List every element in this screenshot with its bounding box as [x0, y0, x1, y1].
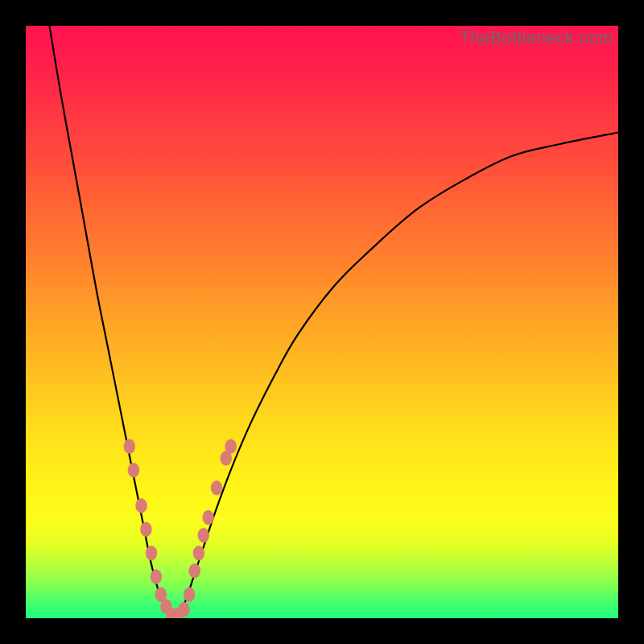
marker-dot — [193, 546, 204, 560]
marker-dot — [179, 602, 190, 617]
curve-right-branch — [174, 132, 618, 618]
marker-dot — [189, 564, 200, 578]
plot-area: TheBottleneck.com — [26, 26, 618, 618]
marker-dot — [211, 481, 222, 495]
marker-dot — [151, 569, 162, 584]
chart-svg — [26, 26, 618, 618]
marker-dots-group — [124, 440, 237, 618]
marker-dot — [146, 546, 157, 560]
marker-dot — [128, 463, 139, 477]
marker-dot — [136, 498, 147, 513]
marker-dot — [225, 440, 237, 454]
chart-frame: TheBottleneck.com — [0, 0, 644, 644]
curve-left-branch — [49, 26, 174, 618]
marker-dot — [184, 588, 195, 602]
marker-dot — [198, 528, 209, 543]
marker-dot — [124, 440, 135, 454]
marker-dot — [203, 510, 214, 525]
marker-dot — [140, 522, 151, 537]
